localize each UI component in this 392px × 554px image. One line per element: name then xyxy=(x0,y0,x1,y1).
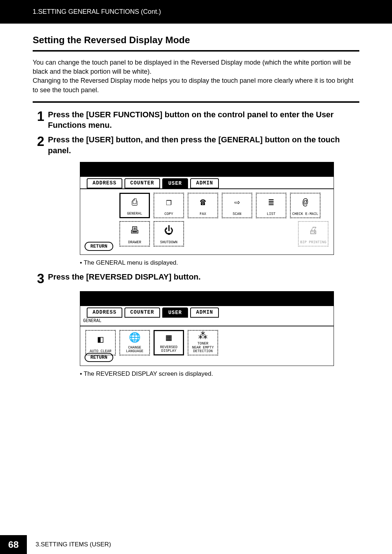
bip-icon: 🖨 xyxy=(309,222,318,241)
intro-line-1: You can change the touch panel to be dis… xyxy=(33,58,359,76)
list-icon: ≣ xyxy=(268,194,274,213)
tab-address[interactable]: ADDRESS xyxy=(87,178,122,188)
tab-address-2[interactable]: ADDRESS xyxy=(87,307,122,318)
step-2-num: 2 xyxy=(33,134,48,156)
general-label: GENERAL xyxy=(127,212,142,216)
section-rule xyxy=(33,50,359,52)
lcd1-row2: 🖶DRAWER ⏻SHUTDOWN xyxy=(119,221,328,247)
bip-printing-button[interactable]: 🖨BIP PRINTING xyxy=(298,221,328,247)
header-breadcrumb: 1.SETTING GENERAL FUNCTIONS (Cont.) xyxy=(33,8,161,16)
shutdown-label: SHUTDOWN xyxy=(160,241,177,245)
lcd-tabs-2: ADDRESS COUNTER USER ADMIN xyxy=(80,306,334,318)
lcd2-row1: ◧AUTO CLEAR 🌐CHANGE LANGUAGE ▦REVERSED D… xyxy=(85,330,328,355)
fax-icon: ☎ xyxy=(200,194,206,213)
header-bar: 1.SETTING GENERAL FUNCTIONS (Cont.) xyxy=(0,0,392,24)
bip-label: BIP PRINTING xyxy=(300,241,326,245)
scan-label: SCAN xyxy=(233,212,241,216)
tab-admin-2[interactable]: ADMIN xyxy=(190,307,219,318)
toner-icon: ⁂ xyxy=(198,331,208,342)
toner-detection-button[interactable]: ⁂TONER NEAR EMPTY DETECTION xyxy=(188,330,218,355)
lcd-body-2: ◧AUTO CLEAR 🌐CHANGE LANGUAGE ▦REVERSED D… xyxy=(80,326,334,366)
touch-panel-general-menu: ADDRESS COUNTER USER ADMIN GENERAL ◧AUTO… xyxy=(80,291,334,366)
tab-counter[interactable]: COUNTER xyxy=(124,178,160,188)
toner-label: TONER NEAR EMPTY DETECTION xyxy=(192,342,214,354)
copy-button[interactable]: ❐COPY xyxy=(154,193,184,218)
general-icon: ⎙ xyxy=(132,194,138,212)
tab-admin[interactable]: ADMIN xyxy=(190,178,219,188)
copy-label: COPY xyxy=(164,212,173,216)
drawer-button[interactable]: 🖶DRAWER xyxy=(119,221,150,247)
scan-button[interactable]: ⇨SCAN xyxy=(222,193,252,218)
lcd-titlebar-2 xyxy=(80,292,334,306)
intro-text: You can change the touch panel to be dis… xyxy=(33,58,359,95)
touch-panel-user-menu: ADDRESS COUNTER USER ADMIN ⎙GENERAL ❐COP… xyxy=(80,162,334,255)
lcd-frame-2: ADDRESS COUNTER USER ADMIN GENERAL ◧AUTO… xyxy=(80,291,334,366)
page-number: 68 xyxy=(0,535,27,554)
step-3-result: The REVERSED DISPLAY screen is displayed… xyxy=(80,370,359,378)
list-label: LIST xyxy=(267,212,275,216)
lcd1-right-col: 🖨BIP PRINTING xyxy=(298,221,328,247)
step-3-text: Press the [REVERSED DISPLAY] button. xyxy=(48,272,359,285)
globe-icon: 🌐 xyxy=(129,331,140,346)
step-1-text: Press the [USER FUNCTIONS] button on the… xyxy=(48,109,359,131)
general-button[interactable]: ⎙GENERAL xyxy=(119,193,150,218)
shutdown-icon: ⏻ xyxy=(164,222,173,241)
fax-label: FAX xyxy=(200,212,206,216)
footer-bar: 68 3.SETTING ITEMS (USER) xyxy=(0,535,392,554)
tab-counter-2[interactable]: COUNTER xyxy=(124,307,160,318)
step-2-result: The GENERAL menu is displayed. xyxy=(80,259,359,266)
steps-list: 1 Press the [USER FUNCTIONS] button on t… xyxy=(33,109,359,378)
reversed-icon: ▦ xyxy=(166,331,172,346)
step-3-num: 3 xyxy=(33,272,48,285)
shutdown-button[interactable]: ⏻SHUTDOWN xyxy=(154,221,184,247)
lcd-body-1: ⎙GENERAL ❐COPY ☎FAX ⇨SCAN ≣LIST @CHECK E… xyxy=(80,188,334,254)
check-email-label: CHECK E-MAIL xyxy=(292,212,318,216)
drawer-label: DRAWER xyxy=(128,241,141,245)
return-button-1[interactable]: RETURN xyxy=(85,242,113,251)
footer-section: 3.SETTING ITEMS (USER) xyxy=(27,541,111,548)
list-button[interactable]: ≣LIST xyxy=(256,193,286,218)
intro-line-2: Changing to the Reversed Display mode he… xyxy=(33,76,359,94)
content-area: Setting the Reversed Display Mode You ca… xyxy=(0,24,392,378)
fax-button[interactable]: ☎FAX xyxy=(188,193,218,218)
lcd-frame-1: ADDRESS COUNTER USER ADMIN ⎙GENERAL ❐COP… xyxy=(80,162,334,255)
step-1-num: 1 xyxy=(33,109,48,131)
reversed-display-button[interactable]: ▦REVERSED DISPLAY xyxy=(154,330,184,355)
return-button-2[interactable]: RETURN xyxy=(85,353,113,362)
change-language-label: CHANGE LANGUAGE xyxy=(126,346,143,354)
step-1: 1 Press the [USER FUNCTIONS] button on t… xyxy=(33,109,359,131)
change-language-button[interactable]: 🌐CHANGE LANGUAGE xyxy=(119,330,150,355)
step-2: 2 Press the [USER] button, and then pres… xyxy=(33,134,359,156)
copy-icon: ❐ xyxy=(166,194,172,213)
reversed-display-label: REVERSED DISPLAY xyxy=(160,346,177,353)
lcd1-row1: ⎙GENERAL ❐COPY ☎FAX ⇨SCAN ≣LIST @CHECK E… xyxy=(119,193,328,218)
scan-icon: ⇨ xyxy=(234,194,240,213)
step-2-text: Press the [USER] button, and then press … xyxy=(48,134,359,156)
steps-rule xyxy=(33,101,359,103)
step-3: 3 Press the [REVERSED DISPLAY] button. xyxy=(33,272,359,285)
tab-user-2[interactable]: USER xyxy=(162,307,188,318)
auto-clear-button[interactable]: ◧AUTO CLEAR xyxy=(85,330,116,355)
check-email-button[interactable]: @CHECK E-MAIL xyxy=(290,193,320,218)
tab-user[interactable]: USER xyxy=(162,178,188,188)
drawer-icon: 🖶 xyxy=(130,222,139,241)
general-breadcrumb: GENERAL xyxy=(80,318,334,326)
email-icon: @ xyxy=(302,194,308,213)
section-title: Setting the Reversed Display Mode xyxy=(33,34,359,46)
lcd-tabs-1: ADDRESS COUNTER USER ADMIN xyxy=(80,177,334,188)
lcd-titlebar-1 xyxy=(80,162,334,177)
autoclear-icon: ◧ xyxy=(98,331,103,350)
